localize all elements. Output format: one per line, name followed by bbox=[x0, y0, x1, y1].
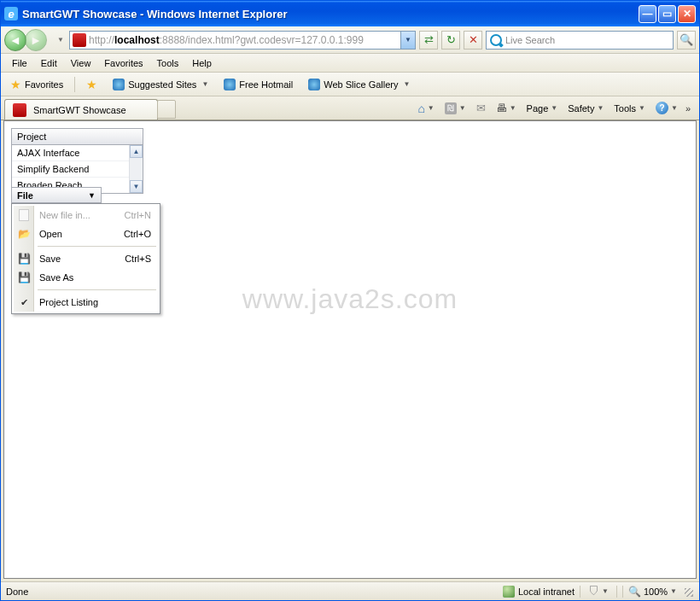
url-text[interactable]: http://localhost:8888/index.html?gwt.cod… bbox=[89, 34, 400, 46]
minimize-button[interactable]: — bbox=[639, 5, 656, 23]
help-button[interactable]: ?▼ bbox=[653, 100, 680, 116]
search-button[interactable]: 🔍 bbox=[677, 31, 696, 50]
watermark-text: www.java2s.com bbox=[242, 283, 458, 315]
browser-window: e SmartGWT Showcase - Windows Internet E… bbox=[0, 0, 700, 601]
menu-view[interactable]: View bbox=[65, 56, 97, 70]
home-icon: ⌂ bbox=[417, 102, 424, 115]
project-list-grid[interactable]: Project AJAX Interface Simplify Backend … bbox=[11, 128, 143, 194]
menu-item-save[interactable]: 💾 Save Ctrl+S bbox=[14, 249, 158, 268]
menu-separator bbox=[38, 246, 156, 247]
chevron-down-icon: ▼ bbox=[597, 104, 604, 112]
address-bar[interactable]: http://localhost:8888/index.html?gwt.cod… bbox=[69, 31, 416, 50]
chevron-down-icon: ▼ bbox=[670, 587, 677, 595]
chevron-down-icon: ▼ bbox=[602, 587, 609, 595]
mail-icon: ✉ bbox=[476, 102, 486, 114]
list-item[interactable]: AJAX Interface bbox=[12, 145, 129, 161]
file-menu-button[interactable]: File ▼ bbox=[11, 187, 102, 203]
chevron-down-icon: ▼ bbox=[639, 104, 645, 112]
security-zone[interactable]: Local intranet bbox=[503, 586, 575, 598]
navigation-toolbar: ◄ ► ▼ http://localhost:8888/index.html?g… bbox=[1, 26, 699, 54]
menu-item-project-listing[interactable]: ✔ Project Listing bbox=[14, 293, 158, 312]
page-content: Project AJAX Interface Simplify Backend … bbox=[3, 120, 697, 579]
new-file-icon bbox=[17, 208, 31, 222]
overflow-button[interactable]: » bbox=[685, 103, 691, 114]
status-text: Done bbox=[6, 586, 498, 597]
print-button[interactable]: 🖶▼ bbox=[493, 100, 519, 116]
window-title: SmartGWT Showcase - Windows Internet Exp… bbox=[22, 8, 639, 20]
favorites-bar: ★ Favorites ★ Suggested Sites ▼ Free Hot… bbox=[1, 73, 699, 96]
chevron-down-icon: ▼ bbox=[459, 104, 466, 112]
menu-favorites[interactable]: Favorites bbox=[98, 56, 149, 70]
new-tab-button[interactable] bbox=[157, 100, 176, 119]
chevron-down-icon: ▼ bbox=[403, 80, 410, 88]
save-as-icon: 💾 bbox=[17, 271, 31, 284]
menubar: File Edit View Favorites Tools Help bbox=[1, 54, 699, 73]
tab-smartgwt-showcase[interactable]: SmartGWT Showcase bbox=[4, 99, 158, 120]
list-item[interactable]: Simplify Backend bbox=[12, 161, 129, 178]
chevron-down-icon: ▼ bbox=[428, 104, 435, 112]
safety-menu[interactable]: Safety▼ bbox=[565, 102, 606, 115]
titlebar[interactable]: e SmartGWT Showcase - Windows Internet E… bbox=[1, 1, 699, 26]
site-icon bbox=[13, 103, 26, 117]
history-dropdown[interactable]: ▼ bbox=[57, 36, 66, 44]
favorites-button[interactable]: ★ Favorites bbox=[6, 76, 67, 93]
menu-tools[interactable]: Tools bbox=[151, 56, 185, 70]
close-button[interactable]: ✕ bbox=[678, 5, 696, 23]
help-icon: ? bbox=[656, 102, 668, 114]
rss-icon: ₪ bbox=[445, 102, 457, 114]
scroll-down-button[interactable]: ▼ bbox=[130, 180, 143, 193]
menu-help[interactable]: Help bbox=[186, 56, 218, 70]
file-dropdown-menu: New file in... Ctrl+N 📂 Open Ctrl+O 💾 Sa… bbox=[11, 203, 160, 314]
magnifier-icon: 🔍 bbox=[628, 586, 641, 598]
web-slice-link[interactable]: Web Slice Gallery ▼ bbox=[304, 77, 414, 92]
ie-icon bbox=[113, 79, 125, 90]
status-bar: Done Local intranet ⛉▼ 🔍 100% ▼ bbox=[1, 581, 699, 600]
check-icon: ✔ bbox=[17, 295, 31, 309]
save-icon: 💾 bbox=[17, 252, 31, 265]
column-header-project[interactable]: Project bbox=[12, 129, 143, 145]
separator bbox=[580, 586, 580, 598]
home-button[interactable]: ⌂▼ bbox=[415, 100, 436, 117]
page-menu[interactable]: Page▼ bbox=[524, 102, 561, 115]
menu-item-open[interactable]: 📂 Open Ctrl+O bbox=[14, 225, 158, 243]
site-icon bbox=[73, 33, 86, 47]
tools-menu[interactable]: Tools▼ bbox=[611, 102, 648, 115]
zoom-control[interactable]: 🔍 100% ▼ bbox=[622, 586, 677, 598]
ie-icon bbox=[308, 79, 320, 90]
menu-separator bbox=[38, 289, 156, 290]
protected-mode-button[interactable]: ⛉▼ bbox=[586, 583, 611, 599]
scrollbar[interactable]: ▲ ▼ bbox=[129, 145, 143, 193]
stop-button[interactable]: ✕ bbox=[464, 31, 482, 50]
free-hotmail-link[interactable]: Free Hotmail bbox=[219, 77, 297, 92]
chevron-down-icon: ▼ bbox=[671, 104, 678, 112]
printer-icon: 🖶 bbox=[496, 102, 507, 114]
search-input[interactable]: Live Search bbox=[486, 31, 674, 50]
scroll-up-button[interactable]: ▲ bbox=[130, 145, 143, 158]
read-mail-button[interactable]: ✉ bbox=[474, 100, 488, 116]
forward-button[interactable]: ► bbox=[25, 29, 47, 51]
star-icon: ★ bbox=[86, 78, 97, 91]
separator bbox=[74, 77, 75, 92]
tab-title: SmartGWT Showcase bbox=[33, 105, 126, 115]
chevron-down-icon: ▼ bbox=[551, 104, 557, 112]
star-icon: ★ bbox=[10, 78, 21, 91]
menu-edit[interactable]: Edit bbox=[35, 56, 63, 70]
address-dropdown[interactable]: ▼ bbox=[400, 32, 415, 49]
chevron-down-icon: ▼ bbox=[510, 104, 516, 112]
search-placeholder: Live Search bbox=[505, 35, 555, 45]
chevron-down-icon: ▼ bbox=[201, 80, 208, 88]
refresh-button[interactable]: ↻ bbox=[441, 31, 460, 50]
compatibility-button[interactable]: ⇄ bbox=[419, 31, 438, 50]
suggested-sites-link[interactable]: Suggested Sites ▼ bbox=[108, 77, 213, 92]
menu-file[interactable]: File bbox=[6, 56, 33, 70]
menu-item-save-as[interactable]: 💾 Save As bbox=[14, 268, 158, 287]
feeds-button[interactable]: ₪▼ bbox=[442, 101, 469, 116]
add-favorite-button[interactable]: ★ bbox=[82, 76, 102, 93]
scroll-track[interactable] bbox=[130, 158, 143, 180]
maximize-button[interactable]: ▭ bbox=[658, 5, 676, 23]
folder-open-icon: 📂 bbox=[17, 227, 31, 241]
resize-grip[interactable] bbox=[682, 586, 694, 598]
back-button[interactable]: ◄ bbox=[4, 29, 26, 51]
zone-icon bbox=[503, 586, 515, 598]
menu-item-new-file[interactable]: New file in... Ctrl+N bbox=[14, 206, 158, 225]
